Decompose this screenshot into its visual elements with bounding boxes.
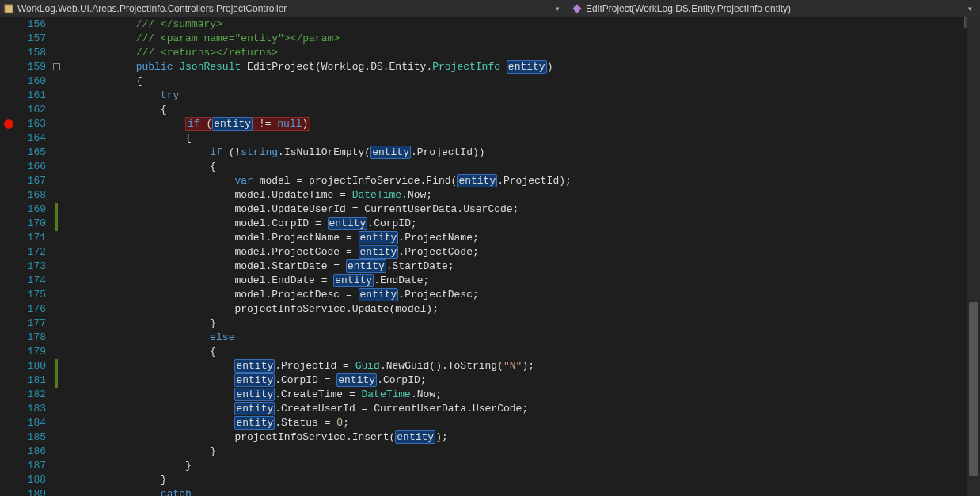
code-line[interactable]: model.EndDate = entity.EndDate; [62,274,980,288]
change-indicator [55,203,58,217]
code-line[interactable]: entity.ProjectId = Guid.NewGuid().ToStri… [62,359,980,373]
line-number: 187 [17,459,46,473]
line-number: 160 [17,74,46,89]
svg-rect-1 [572,4,581,13]
line-number: 161 [17,89,46,103]
line-number: 175 [17,288,46,302]
breakpoint-margin[interactable] [0,17,17,496]
change-indicator [55,359,58,373]
code-line[interactable]: } [62,473,980,487]
code-line[interactable]: entity.CorpID = entity.CorpID; [62,373,980,388]
code-line[interactable]: projectInfoService.Insert(entity); [62,430,980,445]
code-editor[interactable]: 1561571581591601611621631641651661671681… [0,17,980,496]
line-number: 181 [17,373,46,388]
code-line[interactable]: { [62,103,980,117]
line-number: 169 [17,203,46,217]
chevron-down-icon: ▾ [968,5,977,13]
code-line[interactable]: if (entity != null) [62,117,980,131]
line-number: 178 [17,331,46,345]
code-line[interactable]: { [62,74,980,89]
line-number: 157 [17,32,46,46]
vertical-scrollbar[interactable] [967,17,980,496]
line-number: 174 [17,274,46,288]
code-area[interactable]: /// </summary> /// <param name="entity">… [62,17,980,496]
code-line[interactable]: try [62,89,980,103]
code-line[interactable]: } [62,445,980,459]
breadcrumb-member-label: EditProject(WorkLog.DS.Entity.ProjectInf… [586,3,791,14]
code-line[interactable]: /// <returns></returns> [62,46,980,60]
fold-change-gutter[interactable]: - [52,17,62,496]
scrollbar-thumb[interactable] [969,302,978,476]
line-number: 183 [17,402,46,416]
code-line[interactable]: } [62,459,980,473]
line-number: 185 [17,430,46,445]
line-number: 179 [17,345,46,359]
code-line[interactable]: if (!string.IsNullOrEmpty(entity.Project… [62,146,980,160]
code-line[interactable]: { [62,160,980,174]
code-line[interactable]: model.CorpID = entity.CorpID; [62,217,980,231]
line-number-gutter: 1561571581591601611621631641651661671681… [17,17,52,496]
line-number: 188 [17,473,46,487]
code-line[interactable]: entity.CreateUserId = CurrentUserData.Us… [62,402,980,416]
line-number: 189 [17,487,46,496]
breadcrumb-bar: WorkLog.Web.UI.Areas.ProjectInfo.Control… [0,0,980,17]
code-line[interactable]: model.UpdateUserId = CurrentUserData.Use… [62,203,980,217]
line-number: 171 [17,231,46,245]
line-number: 162 [17,103,46,117]
line-number: 173 [17,259,46,274]
code-line[interactable]: model.StartDate = entity.StartDate; [62,259,980,274]
breadcrumb-member-dropdown[interactable]: EditProject(WorkLog.DS.Entity.ProjectInf… [568,0,980,17]
breadcrumb-class-label: WorkLog.Web.UI.Areas.ProjectInfo.Control… [17,3,287,14]
code-line[interactable]: /// <param name="entity"></param> [62,32,980,46]
line-number: 165 [17,146,46,160]
code-line[interactable]: projectInfoService.Update(model); [62,302,980,316]
line-number: 158 [17,46,46,60]
code-line[interactable]: entity.CreateTime = DateTime.Now; [62,388,980,402]
code-line[interactable]: else [62,331,980,345]
line-number: 186 [17,445,46,459]
line-number: 168 [17,188,46,203]
change-indicator [55,373,58,388]
line-number: 177 [17,316,46,331]
line-number: 176 [17,302,46,316]
code-line[interactable]: { [62,345,980,359]
code-line[interactable]: entity.Status = 0; [62,416,980,430]
line-number: 166 [17,160,46,174]
code-line[interactable]: /// </summary> [62,17,980,32]
line-number: 180 [17,359,46,373]
code-line[interactable]: { [62,131,980,146]
code-line[interactable]: model.ProjectCode = entity.ProjectCode; [62,245,980,259]
class-icon [3,3,14,14]
code-line[interactable]: var model = projectInfoService.Find(enti… [62,174,980,188]
line-number: 184 [17,416,46,430]
line-number: 170 [17,217,46,231]
line-number: 182 [17,388,46,402]
change-indicator [55,217,58,231]
method-icon [572,3,583,14]
svg-rect-0 [5,5,13,13]
breakpoint-icon[interactable] [4,119,13,129]
chevron-down-icon: ▾ [556,5,564,13]
code-line[interactable]: catch [62,487,980,496]
code-line[interactable]: public JsonResult EditProject(WorkLog.DS… [62,60,980,74]
line-number: 159 [17,60,46,74]
line-number: 167 [17,174,46,188]
line-number: 163 [17,117,46,131]
code-line[interactable]: model.ProjectDesc = entity.ProjectDesc; [62,288,980,302]
breadcrumb-class-dropdown[interactable]: WorkLog.Web.UI.Areas.ProjectInfo.Control… [0,0,568,17]
line-number: 172 [17,245,46,259]
line-number: 156 [17,17,46,32]
fold-toggle-icon[interactable]: - [53,63,60,70]
line-number: 164 [17,131,46,146]
code-line[interactable]: } [62,316,980,331]
code-line[interactable]: model.UpdateTime = DateTime.Now; [62,188,980,203]
code-line[interactable]: model.ProjectName = entity.ProjectName; [62,231,980,245]
